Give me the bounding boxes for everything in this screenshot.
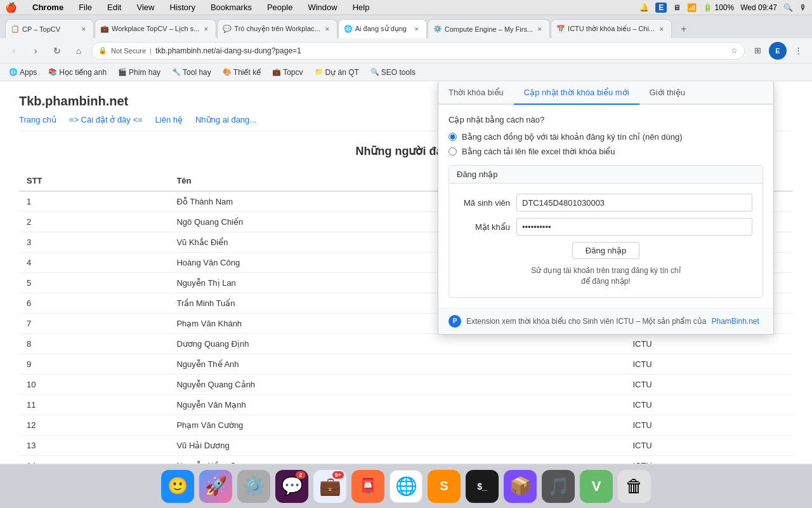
- tool-hay-icon: 🔧: [172, 68, 181, 76]
- tab-compute-engine[interactable]: ⚙️ Compute Engine – My Firs... ✕: [428, 19, 550, 38]
- footer-link[interactable]: PhamBinh.net: [712, 317, 759, 326]
- tab-chat[interactable]: 💬 Trò chuyện trên Workplac... ✕: [217, 19, 337, 38]
- menu-edit[interactable]: Edit: [105, 3, 124, 12]
- dock-system-prefs[interactable]: ⚙️: [237, 470, 270, 503]
- extensions-button[interactable]: ⊞: [749, 42, 766, 60]
- cell-stt: 9: [19, 354, 169, 375]
- favicon-tab5: ⚙️: [433, 25, 442, 34]
- search-icon[interactable]: 🔍: [783, 3, 793, 12]
- battery-icon[interactable]: 🔋 100%: [703, 3, 734, 12]
- bookmark-du-an-qt[interactable]: 📁 Dự án QT: [311, 67, 363, 78]
- postman-icon: 📮: [358, 478, 377, 495]
- reload-button[interactable]: ↻: [48, 42, 66, 60]
- sublime-icon: S: [440, 479, 448, 493]
- menu-file[interactable]: File: [76, 3, 95, 12]
- bookmark-thiet-ke[interactable]: 🎨 Thiết kế: [219, 67, 265, 78]
- close-tab-4[interactable]: ✕: [412, 25, 421, 34]
- menu-bookmarks[interactable]: Bookmarks: [208, 3, 254, 12]
- radio-option-2[interactable]: Bằng cách tải lên file excel thời khóa b…: [449, 147, 763, 156]
- bookmark-phim-hay[interactable]: 🎬 Phim hay: [114, 67, 164, 78]
- favicon-tab2: 💼: [100, 25, 109, 34]
- close-tab-5[interactable]: ✕: [535, 25, 544, 34]
- popup-footer: P Extension xem thời khóa biểu cho Sinh …: [438, 308, 773, 334]
- login-panel-body: Mã sinh viên Mật khẩu Đăng nhập Sử dụng …: [449, 184, 763, 297]
- submit-button[interactable]: Đăng nhập: [572, 242, 639, 259]
- dock-slack[interactable]: 💬 2: [275, 470, 308, 503]
- popup-tab-tkb[interactable]: Thời khóa biểu: [438, 81, 514, 105]
- cell-ten: Nguyễn Thế Anh: [169, 354, 625, 375]
- close-tab-3[interactable]: ✕: [323, 25, 332, 34]
- profile-button[interactable]: E: [769, 42, 787, 60]
- nav-trang-chu[interactable]: Trang chủ: [19, 115, 56, 124]
- dock-app10[interactable]: 🎵: [542, 470, 575, 503]
- bookmark-apps[interactable]: 🌐 Apps: [5, 67, 41, 78]
- bookmark-star-icon[interactable]: ☆: [731, 46, 738, 55]
- bookmark-tool-hay[interactable]: 🔧 Tool hay: [168, 67, 215, 78]
- popup-tab-update[interactable]: Cập nhật thời khóa biểu mới: [514, 81, 639, 105]
- tab-ictu[interactable]: 📅 ICTU thời khóa biểu – Chi... ✕: [551, 19, 672, 38]
- home-button[interactable]: ⌂: [70, 42, 88, 60]
- dock-trash[interactable]: 🗑: [618, 470, 651, 503]
- menu-window[interactable]: Window: [305, 3, 339, 12]
- wifi-icon[interactable]: 📶: [687, 3, 697, 12]
- close-tab-2[interactable]: ✕: [202, 25, 211, 34]
- seo-tools-icon: 🔍: [370, 68, 379, 76]
- slack-badge: 2: [296, 471, 306, 479]
- menu-history[interactable]: History: [167, 3, 197, 12]
- dock-workplace[interactable]: 💼 9+: [313, 470, 346, 503]
- bookmark-seo-tools[interactable]: 🔍 SEO tools: [367, 67, 419, 78]
- dock-postman[interactable]: 📮: [351, 470, 384, 503]
- popup-tab-about[interactable]: Giới thiệu: [639, 81, 695, 105]
- tab-bar: 📋 CP – TopCV ✕ 💼 Workplace TopCV – Lịch …: [0, 15, 812, 38]
- dock-finder[interactable]: 🙂: [161, 470, 194, 503]
- menu-chrome[interactable]: Chrome: [30, 3, 66, 12]
- tab-ai-dang[interactable]: 🌐 Ai đang sử dụng ✕: [338, 19, 427, 38]
- cell-stt: 5: [19, 273, 169, 293]
- dock-virtualbox[interactable]: 📦: [504, 470, 537, 503]
- cell-stt: 14: [19, 456, 169, 464]
- menu-help[interactable]: Help: [350, 3, 372, 12]
- more-button[interactable]: ⋮: [789, 42, 807, 60]
- new-tab-button[interactable]: +: [675, 20, 693, 38]
- notification-icon[interactable]: 🔔: [639, 3, 649, 12]
- tab-title-5: Compute Engine – My Firs...: [445, 25, 533, 33]
- siri-icon[interactable]: 🎙: [799, 3, 807, 12]
- input-password[interactable]: [516, 218, 752, 236]
- bookmark-label-apps: Apps: [20, 68, 37, 77]
- radio-group: Bằng cách đồng bộ với tài khoản đăng ký …: [449, 132, 763, 156]
- popup-body: Cập nhật bằng cách nào? Bằng cách đồng b…: [438, 105, 773, 308]
- radio-input-1[interactable]: [449, 133, 457, 141]
- dock-terminal[interactable]: $_: [466, 470, 499, 503]
- screen-icon[interactable]: 🖥: [673, 3, 681, 12]
- table-row: 14 Nguyễn Hồng Sơn ICTU: [19, 456, 793, 464]
- profile-icon[interactable]: E: [655, 3, 667, 13]
- section-title: Cập nhật bằng cách nào?: [449, 115, 763, 124]
- topcv-icon: 💼: [272, 68, 281, 76]
- radio-input-2[interactable]: [449, 147, 457, 156]
- nav-nhung-ai[interactable]: Những ai đang...: [195, 115, 256, 124]
- bookmark-topcv[interactable]: 💼 Topcv: [268, 67, 306, 78]
- nav-lien-he[interactable]: Liên hệ: [155, 115, 183, 124]
- input-msv[interactable]: [516, 194, 752, 211]
- bookmark-label-phim: Phim hay: [129, 68, 160, 77]
- menu-people[interactable]: People: [265, 3, 295, 12]
- tab-workplace[interactable]: 💼 Workplace TopCV – Lịch s... ✕: [95, 19, 216, 38]
- menu-view[interactable]: View: [134, 3, 157, 12]
- bookmark-hoc-tieng-anh[interactable]: 📚 Học tiếng anh: [44, 67, 110, 78]
- back-button[interactable]: ‹: [5, 42, 23, 60]
- login-panel-header: Đăng nhập: [449, 166, 763, 184]
- close-tab-1[interactable]: ✕: [79, 25, 88, 34]
- dock-launchpad[interactable]: 🚀: [199, 470, 232, 503]
- dock-sublime[interactable]: S: [428, 470, 461, 503]
- dock-chrome[interactable]: 🌐: [390, 470, 422, 503]
- tab-cp-topcv[interactable]: 📋 CP – TopCV ✕: [5, 19, 94, 38]
- address-bar[interactable]: 🔒 Not Secure | tkb.phambinh.net/ai-dang-…: [91, 42, 745, 60]
- forward-button[interactable]: ›: [27, 42, 44, 60]
- radio-option-1[interactable]: Bằng cách đồng bộ với tài khoản đăng ký …: [449, 132, 763, 142]
- trash-icon: 🗑: [625, 476, 643, 497]
- apple-icon[interactable]: 🍎: [5, 2, 17, 13]
- nav-cai-dat[interactable]: => Cài đặt ở đây <=: [69, 115, 143, 124]
- close-tab-6[interactable]: ✕: [657, 25, 666, 34]
- tab-title-6: ICTU thời khóa biểu – Chi...: [568, 25, 655, 33]
- dock-vectr[interactable]: V: [580, 470, 613, 503]
